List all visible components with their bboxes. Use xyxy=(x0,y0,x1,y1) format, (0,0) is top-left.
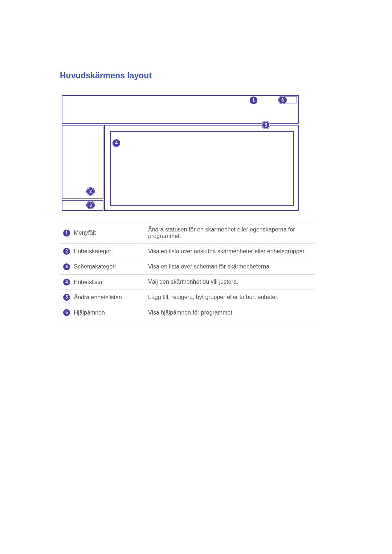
diagram-badge-6: 6 xyxy=(279,96,286,104)
legend-badge: 2 xyxy=(63,248,70,255)
table-row: 2 Enhetskategori Visa en lista över ansl… xyxy=(60,244,315,259)
legend-description: Lägg till, redigera, byt grupper eller t… xyxy=(145,290,315,305)
legend-badge: 6 xyxy=(63,309,70,316)
legend-description: Visa en lista över anslutna skärmenheter… xyxy=(145,244,315,259)
legend-table: 1 Menyfält Ändra statusen för en skärmen… xyxy=(60,222,315,320)
layout-diagram: 1 6 5 4 2 3 xyxy=(62,95,299,211)
legend-label: Enhetskategori xyxy=(74,248,113,254)
diagram-badge-5: 5 xyxy=(262,121,270,129)
legend-label: Hjälpämnen xyxy=(74,309,105,316)
diagram-badge-2: 2 xyxy=(87,188,94,195)
diagram-badge-3: 3 xyxy=(87,201,94,209)
diagram-box-schedule-category xyxy=(62,200,103,211)
legend-badge: 4 xyxy=(63,279,70,286)
legend-description: Välj den skärmenhet du vill justera. xyxy=(145,274,315,290)
table-row: 3 Schemakategori Visa en lista över sche… xyxy=(60,259,315,274)
diagram-box-device-list-inner xyxy=(110,131,294,206)
diagram-box-menubar xyxy=(62,95,299,124)
section-heading: Huvudskärmens layout xyxy=(60,71,334,81)
diagram-box-device-category xyxy=(62,125,103,199)
table-row: 1 Menyfält Ändra statusen för en skärmen… xyxy=(60,222,315,244)
table-row: 4 Enhetslista Välj den skärmenhet du vil… xyxy=(60,274,315,290)
legend-label: Schemakategori xyxy=(74,263,116,270)
legend-description: Visa hjälpämnen för programmet. xyxy=(145,305,315,320)
diagram-badge-1: 1 xyxy=(250,97,257,104)
legend-description: Ändra statusen för en skärmenhet eller e… xyxy=(145,222,315,244)
legend-description: Visa en lista över scheman för skärmenhe… xyxy=(145,259,315,274)
legend-badge: 5 xyxy=(63,294,70,301)
legend-label: Ändra enhetslistan xyxy=(74,294,122,300)
document-page: Huvudskärmens layout 1 6 5 4 2 3 1 Menyf… xyxy=(0,0,392,554)
table-row: 5 Ändra enhetslistan Lägg till, redigera… xyxy=(60,290,315,305)
legend-badge: 3 xyxy=(63,263,70,270)
table-row: 6 Hjälpämnen Visa hjälpämnen för program… xyxy=(60,305,315,320)
legend-label: Menyfält xyxy=(74,230,95,236)
diagram-badge-4: 4 xyxy=(113,139,120,147)
legend-badge: 1 xyxy=(63,230,70,237)
legend-label: Enhetslista xyxy=(74,279,102,285)
